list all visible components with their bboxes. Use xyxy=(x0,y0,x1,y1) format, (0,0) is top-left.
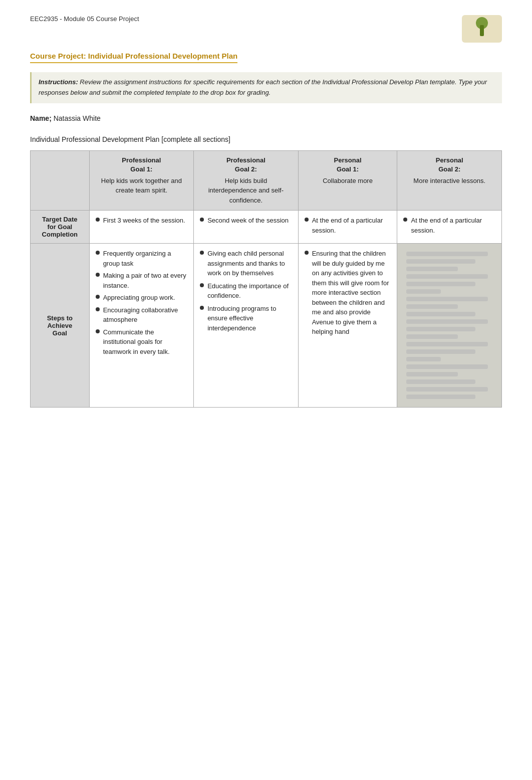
course-project-title: Course Project: Individual Professional … xyxy=(30,52,502,72)
target-personal2-text: At the end of a particular session. xyxy=(411,216,495,235)
bullet-icon xyxy=(96,307,100,311)
blurred-content xyxy=(403,249,495,402)
target-prof2-text: Second week of the session xyxy=(207,216,289,226)
bullet-icon xyxy=(305,251,309,255)
bullet-icon xyxy=(200,218,204,222)
col-header-prof-goal2: ProfessionalGoal 2: Help kids build inte… xyxy=(194,150,299,211)
page-header: EEC2935 - Module 05 Course Project xyxy=(30,15,502,43)
table-row-target-date: Target Datefor GoalCompletion First 3 we… xyxy=(31,211,502,244)
name-line: Name; Natassia White xyxy=(30,114,502,122)
steps-prof1-3: Appreciating group work. xyxy=(103,293,175,303)
col-header-empty xyxy=(31,150,90,211)
bullet-icon xyxy=(200,306,204,310)
steps-prof2-3: Introducing programs to ensure effective… xyxy=(207,304,292,333)
steps-prof1-1: Frequently organizing a group task xyxy=(103,249,188,268)
bullet-icon xyxy=(96,251,100,255)
instructions-text: Review the assignment instructions for s… xyxy=(39,78,487,96)
bullet-icon xyxy=(305,218,309,222)
name-label: Name; xyxy=(30,114,52,122)
bullet-icon xyxy=(96,273,100,277)
steps-personal1-1: Ensuring that the children will be duly … xyxy=(312,249,391,337)
row-label-steps: Steps toAchieveGoal xyxy=(31,244,90,408)
name-value: Natassia White xyxy=(54,114,101,122)
bullet-icon xyxy=(96,329,100,333)
steps-prof1-5: Communicate the institutional goals for … xyxy=(103,327,188,357)
bullet-icon xyxy=(200,251,204,255)
cell-steps-personal2-blurred xyxy=(397,244,502,408)
cell-target-prof2: Second week of the session xyxy=(194,211,299,244)
bullet-icon xyxy=(200,283,204,287)
target-prof1-text: First 3 weeks of the session. xyxy=(103,216,185,226)
cell-target-prof1: First 3 weeks of the session. xyxy=(89,211,194,244)
steps-prof2-2: Educating the importance of confidence. xyxy=(207,281,292,301)
bullet-icon xyxy=(403,218,407,222)
table-row-steps: Steps toAchieveGoal Frequently organizin… xyxy=(31,244,502,408)
bullet-icon xyxy=(96,295,100,299)
cell-steps-personal1: Ensuring that the children will be duly … xyxy=(298,244,397,408)
target-personal1-text: At the end of a particular session. xyxy=(312,216,391,235)
bullet-icon xyxy=(96,218,100,222)
table-header-row: ProfessionalGoal 1: Help kids work toget… xyxy=(31,150,502,211)
plan-section-title: Individual Professional Development Plan… xyxy=(30,135,502,143)
cell-steps-prof1: Frequently organizing a group task Makin… xyxy=(89,244,194,408)
col-header-prof-goal1: ProfessionalGoal 1: Help kids work toget… xyxy=(89,150,194,211)
doc-title: EEC2935 - Module 05 Course Project xyxy=(30,15,139,23)
steps-prof2-1: Giving each child personal assignments a… xyxy=(207,249,292,278)
steps-prof1-2: Making a pair of two at every instance. xyxy=(103,271,188,290)
development-plan-table: ProfessionalGoal 1: Help kids work toget… xyxy=(30,150,502,408)
col-header-personal-goal2: PersonalGoal 2: More interactive lessons… xyxy=(397,150,502,211)
cell-steps-prof2: Giving each child personal assignments a… xyxy=(194,244,299,408)
instructions-box: Instructions: Review the assignment inst… xyxy=(30,72,502,103)
steps-prof1-4: Encouraging collaborative atmosphere xyxy=(103,305,188,325)
cell-target-personal2: At the end of a particular session. xyxy=(397,211,502,244)
row-label-target-date: Target Datefor GoalCompletion xyxy=(31,211,90,244)
logo xyxy=(462,15,502,43)
col-header-personal-goal1: PersonalGoal 1: Collaborate more xyxy=(298,150,397,211)
instructions-label: Instructions: xyxy=(39,78,78,86)
cell-target-personal1: At the end of a particular session. xyxy=(298,211,397,244)
